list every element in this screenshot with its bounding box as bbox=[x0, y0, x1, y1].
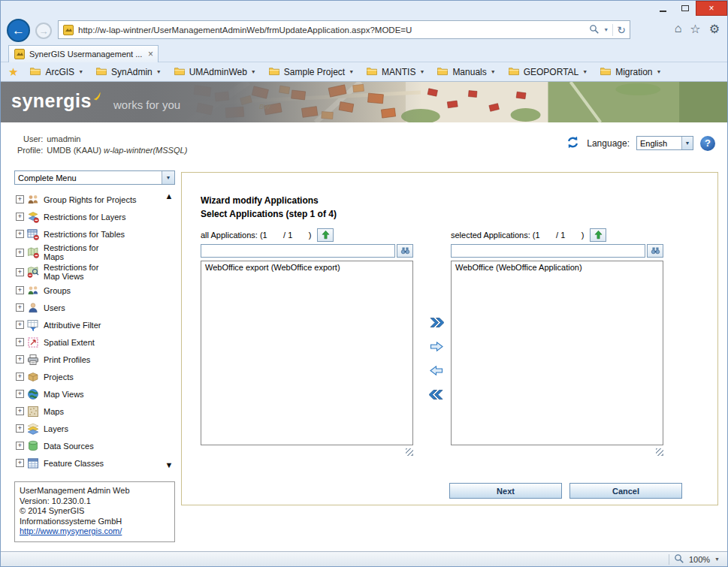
help-button[interactable]: ? bbox=[700, 136, 715, 151]
move-left-button[interactable] bbox=[427, 363, 446, 379]
tree-item[interactable]: + Data Sources bbox=[14, 437, 162, 454]
favorites-item[interactable]: ArcGIS ▼ bbox=[24, 65, 89, 80]
tree-item[interactable]: + Attributive Filter bbox=[14, 316, 162, 333]
expand-icon[interactable]: + bbox=[16, 355, 24, 363]
about-link[interactable]: http://www.mysynergis.com/ bbox=[20, 526, 122, 537]
favorites-item[interactable]: Manuals ▼ bbox=[431, 65, 500, 80]
tree-item[interactable]: + Feature Classes bbox=[14, 454, 162, 472]
expand-icon[interactable]: + bbox=[16, 338, 24, 346]
tree-item[interactable]: + Layers bbox=[14, 420, 162, 437]
resize-grip[interactable] bbox=[656, 448, 663, 456]
tagline: works for you bbox=[113, 98, 180, 111]
next-button[interactable]: Next bbox=[449, 483, 562, 499]
address-bar[interactable]: http://w-lap-wintner/UserManagementAdmin… bbox=[58, 20, 630, 39]
move-all-right-button[interactable] bbox=[427, 315, 446, 331]
groups-icon bbox=[27, 285, 41, 297]
all-applications-search-button[interactable] bbox=[397, 244, 413, 258]
scroll-up-icon[interactable]: ▲ bbox=[165, 192, 174, 201]
selected-applications-search-button[interactable] bbox=[647, 244, 663, 258]
resize-grip[interactable] bbox=[406, 448, 413, 456]
settings-gear-icon[interactable]: ⚙ bbox=[709, 22, 720, 36]
zoom-icon[interactable] bbox=[674, 553, 684, 565]
favorites-star-icon[interactable]: ☆ bbox=[690, 22, 700, 36]
cancel-button[interactable]: Cancel bbox=[569, 483, 682, 499]
tree-item[interactable]: + Projects bbox=[14, 368, 162, 385]
refresh-icon[interactable]: ↻ bbox=[617, 24, 626, 36]
expand-icon[interactable]: + bbox=[16, 442, 24, 450]
selected-list-arrow-button[interactable] bbox=[590, 228, 606, 242]
list-item[interactable]: WebOffice export (WebOffice export) bbox=[201, 261, 412, 273]
expand-icon[interactable]: + bbox=[16, 195, 24, 204]
favorites-item[interactable]: SynAdmin ▼ bbox=[90, 65, 167, 80]
expand-icon[interactable]: + bbox=[16, 321, 24, 329]
forward-button[interactable]: → bbox=[35, 23, 52, 39]
favorites-item[interactable]: UMAdminWeb ▼ bbox=[168, 65, 261, 80]
sync-icon[interactable] bbox=[566, 135, 580, 151]
url-text[interactable]: http://w-lap-wintner/UserManagementAdmin… bbox=[78, 26, 585, 35]
wizard-panel: Wizard modify Applications Select Applic… bbox=[181, 172, 718, 505]
search-icon[interactable] bbox=[589, 24, 600, 36]
favorites-item[interactable]: Migration ▼ bbox=[594, 65, 666, 80]
tree-item[interactable]: + Restrictions for Map Views bbox=[14, 262, 162, 282]
scroll-down-icon[interactable]: ▼ bbox=[165, 460, 174, 469]
tree-item[interactable]: + Print Profiles bbox=[14, 351, 162, 368]
tree-item[interactable]: + Maps bbox=[14, 403, 162, 420]
add-favorite-star-icon[interactable]: ★ bbox=[8, 65, 18, 79]
close-button[interactable]: × bbox=[696, 1, 727, 16]
expand-icon[interactable]: + bbox=[16, 249, 24, 257]
favorites-item-label: Migration bbox=[615, 67, 652, 77]
about-line: Version: 10.230.0.1 bbox=[20, 496, 170, 507]
selected-applications-search-input[interactable] bbox=[451, 244, 645, 258]
favorites-item[interactable]: MANTIS ▼ bbox=[361, 65, 430, 80]
tree-item[interactable]: + Map Views bbox=[14, 385, 162, 403]
all-list-arrow-button[interactable] bbox=[317, 228, 334, 242]
map-label: BW bbox=[259, 103, 270, 110]
expand-icon[interactable]: + bbox=[16, 213, 24, 221]
move-right-button[interactable] bbox=[427, 339, 446, 355]
address-dropdown-icon[interactable]: ▼ bbox=[603, 27, 609, 32]
chevron-down-icon[interactable]: ▼ bbox=[714, 556, 720, 562]
tree-item[interactable]: + Restrictions for Maps bbox=[14, 243, 162, 262]
maximize-button[interactable] bbox=[674, 1, 696, 16]
language-label: Language: bbox=[587, 138, 630, 149]
all-applications-search-input[interactable] bbox=[201, 244, 395, 258]
chevron-down-icon[interactable]: ▼ bbox=[162, 171, 174, 184]
minimize-button[interactable] bbox=[652, 1, 674, 16]
expand-icon[interactable]: + bbox=[16, 372, 24, 381]
selected-applications-listbox[interactable]: WebOffice (WebOffice Application) bbox=[451, 261, 663, 445]
maximize-icon bbox=[681, 5, 689, 11]
expand-icon[interactable]: + bbox=[16, 230, 24, 238]
synergis-logo: synergis bbox=[11, 90, 92, 111]
zoom-level[interactable]: 100% bbox=[689, 555, 710, 564]
home-icon[interactable]: ⌂ bbox=[675, 22, 682, 36]
favorites-item[interactable]: GEOPORTAL ▼ bbox=[503, 65, 594, 80]
tree-item[interactable]: + Users bbox=[14, 299, 162, 316]
tree-item[interactable]: + Restrictions for Layers bbox=[14, 208, 162, 225]
tree-item[interactable]: + Restrictions for Tables bbox=[14, 225, 162, 243]
list-item[interactable]: WebOffice (WebOffice Application) bbox=[452, 261, 663, 273]
tab-synergis-usermanagement[interactable]: SynerGIS Usermanagement ... × bbox=[8, 45, 159, 62]
tree-item[interactable]: + Spatial Extent bbox=[14, 333, 162, 351]
favorites-item[interactable]: Sample Project ▼ bbox=[263, 65, 359, 80]
expand-icon[interactable]: + bbox=[16, 390, 24, 398]
chevron-down-icon: ▼ bbox=[251, 69, 256, 74]
tab-close-icon[interactable]: × bbox=[148, 49, 153, 59]
expand-icon[interactable]: + bbox=[16, 303, 24, 312]
move-all-left-button[interactable] bbox=[427, 388, 446, 403]
all-applications-listbox[interactable]: WebOffice export (WebOffice export) bbox=[201, 261, 413, 445]
expand-icon[interactable]: + bbox=[16, 459, 24, 467]
expand-icon[interactable]: + bbox=[16, 407, 24, 415]
favorites-item-label: SynAdmin bbox=[111, 67, 153, 77]
tree-item[interactable]: + Groups bbox=[14, 282, 162, 299]
language-select[interactable]: English ▼ bbox=[636, 136, 693, 150]
tree-item[interactable]: + Group Rights for Projects bbox=[14, 191, 162, 208]
expand-icon[interactable]: + bbox=[16, 424, 24, 433]
expand-icon[interactable]: + bbox=[16, 286, 24, 294]
about-box: UserManagement Admin Web Version: 10.230… bbox=[14, 481, 175, 542]
expand-icon[interactable]: + bbox=[16, 268, 24, 276]
menu-selector[interactable]: Complete Menu ▼ bbox=[14, 170, 175, 185]
help-icon: ? bbox=[705, 137, 711, 149]
tree-item-label: Layers bbox=[44, 424, 68, 433]
tree-scrollbar[interactable]: ▲ ▼ bbox=[163, 190, 175, 472]
back-button[interactable]: ← bbox=[7, 19, 30, 42]
